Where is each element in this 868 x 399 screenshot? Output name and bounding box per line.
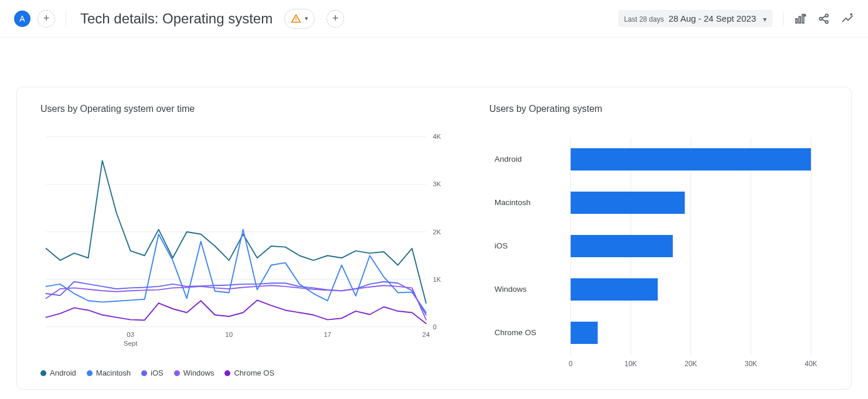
line-chart-title: Users by Operating system over time xyxy=(40,104,454,114)
date-range-prefix: Last 28 days xyxy=(624,15,664,23)
svg-text:0: 0 xyxy=(569,360,573,368)
svg-text:40K: 40K xyxy=(805,360,817,368)
svg-rect-3 xyxy=(799,16,801,23)
legend-label: Macintosh xyxy=(96,369,131,377)
legend-item[interactable]: Windows xyxy=(174,369,215,377)
date-range-value: 28 Aug - 24 Sept 2023 xyxy=(669,13,756,23)
warning-icon xyxy=(291,13,301,24)
svg-text:24: 24 xyxy=(423,331,430,338)
customize-report-icon[interactable] xyxy=(794,12,807,25)
svg-rect-36 xyxy=(570,148,811,170)
svg-line-8 xyxy=(822,16,825,18)
svg-text:17: 17 xyxy=(324,331,331,338)
legend-item[interactable]: Macintosh xyxy=(87,369,131,377)
legend-dot xyxy=(224,370,230,376)
legend-dot xyxy=(87,370,93,376)
legend-dot xyxy=(40,370,46,376)
legend-label: Chrome OS xyxy=(234,369,274,377)
bar-chart-title: Users by Operating system xyxy=(489,104,828,114)
svg-text:03: 03 xyxy=(127,331,134,338)
legend-label: iOS xyxy=(151,369,164,377)
svg-rect-2 xyxy=(796,19,798,23)
svg-text:Macintosh: Macintosh xyxy=(494,198,530,207)
share-icon[interactable] xyxy=(818,12,830,25)
svg-text:10: 10 xyxy=(225,331,233,338)
separator xyxy=(66,11,66,27)
bar-chart[interactable]: 010K20K30K40KAndroidMacintoshiOSWindowsC… xyxy=(489,126,828,372)
line-chart[interactable]: 01K2K3K4K03101724Sept xyxy=(40,126,454,354)
svg-rect-40 xyxy=(570,235,672,257)
page-title: Tech details: Operating system xyxy=(80,11,273,27)
line-chart-legend: AndroidMacintoshiOSWindowsChrome OS xyxy=(40,369,454,377)
legend-dot xyxy=(174,370,180,376)
svg-rect-42 xyxy=(570,278,658,301)
svg-text:Windows: Windows xyxy=(494,285,526,294)
svg-text:30K: 30K xyxy=(744,360,757,368)
bar-chart-panel: Users by Operating system 010K20K30K40KA… xyxy=(489,104,828,377)
top-bar: A + Tech details: Operating system ▾ + L… xyxy=(0,0,868,37)
separator xyxy=(783,12,784,26)
segment-avatar[interactable]: A xyxy=(14,11,30,27)
legend-label: Windows xyxy=(183,369,215,377)
svg-text:4K: 4K xyxy=(433,133,441,140)
svg-text:Chrome OS: Chrome OS xyxy=(494,328,536,337)
topbar-right: Last 28 days 28 Aug - 24 Sept 2023 ▾ xyxy=(618,10,854,27)
date-range-picker[interactable]: Last 28 days 28 Aug - 24 Sept 2023 ▾ xyxy=(618,10,772,27)
data-quality-chip[interactable]: ▾ xyxy=(284,9,315,29)
svg-line-9 xyxy=(822,19,825,21)
svg-text:1K: 1K xyxy=(433,276,441,283)
chevron-down-icon: ▾ xyxy=(305,15,308,22)
svg-rect-38 xyxy=(570,192,685,214)
svg-text:iOS: iOS xyxy=(494,241,508,250)
legend-label: Android xyxy=(50,369,76,377)
svg-text:Sept: Sept xyxy=(124,340,138,347)
svg-text:20K: 20K xyxy=(685,360,697,368)
chevron-down-icon: ▾ xyxy=(763,15,767,23)
svg-rect-44 xyxy=(570,322,597,344)
insights-icon[interactable] xyxy=(841,12,854,25)
report-canvas: Users by Operating system over time 01K2… xyxy=(0,37,868,399)
svg-text:10K: 10K xyxy=(624,360,636,368)
report-card: Users by Operating system over time 01K2… xyxy=(16,87,852,390)
svg-rect-0 xyxy=(295,17,297,19)
topbar-left: A + Tech details: Operating system ▾ + xyxy=(14,9,344,29)
legend-item[interactable]: Android xyxy=(40,369,76,377)
svg-rect-1 xyxy=(295,20,297,21)
legend-item[interactable]: Chrome OS xyxy=(224,369,274,377)
svg-text:2K: 2K xyxy=(433,229,441,236)
svg-text:Android: Android xyxy=(494,155,522,163)
legend-dot xyxy=(141,370,147,376)
add-comparison-button[interactable]: + xyxy=(326,10,344,28)
svg-text:0: 0 xyxy=(433,323,436,330)
add-segment-button[interactable]: + xyxy=(38,10,55,28)
line-chart-panel: Users by Operating system over time 01K2… xyxy=(40,104,454,377)
svg-text:3K: 3K xyxy=(433,180,441,187)
legend-item[interactable]: iOS xyxy=(141,369,164,377)
